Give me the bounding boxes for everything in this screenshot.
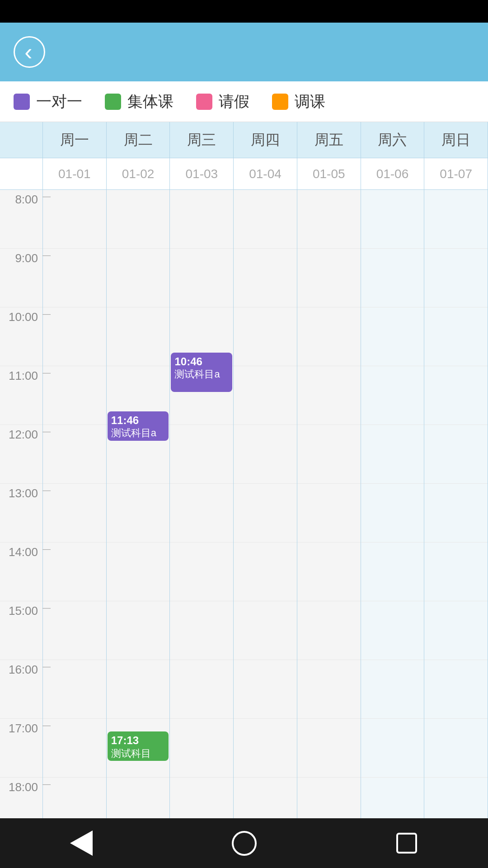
nav-square-icon xyxy=(396,833,417,854)
nav-home-icon xyxy=(232,831,257,856)
hour-block-4-4 xyxy=(297,425,361,484)
hour-block-5-10 xyxy=(361,778,424,818)
hour-block-6-3 xyxy=(424,366,488,425)
hour-block-3-6 xyxy=(234,542,297,601)
time-slot-4: 12:00 xyxy=(0,425,42,484)
hour-block-3-0 xyxy=(234,190,297,249)
hour-block-2-10 xyxy=(170,778,233,818)
time-column: 8:009:0010:0011:0012:0013:0014:0015:0016… xyxy=(0,190,43,818)
date-cell-2: 01-03 xyxy=(170,158,234,189)
hour-block-0-5 xyxy=(43,484,106,542)
event-name-event1: 测试科目a xyxy=(174,368,229,381)
hour-block-3-2 xyxy=(234,307,297,366)
hour-block-4-7 xyxy=(297,601,361,660)
hour-block-5-8 xyxy=(361,660,424,719)
hour-block-6-9 xyxy=(424,719,488,778)
hour-block-4-9 xyxy=(297,719,361,778)
time-col-date xyxy=(0,158,43,189)
day-col-0 xyxy=(43,190,107,818)
back-button[interactable] xyxy=(14,36,45,68)
hour-block-4-0 xyxy=(297,190,361,249)
hour-block-3-8 xyxy=(234,660,297,719)
nav-back-button[interactable] xyxy=(63,825,99,861)
hour-block-3-5 xyxy=(234,484,297,542)
grid-body: 8:009:0010:0011:0012:0013:0014:0015:0016… xyxy=(0,190,488,818)
time-slot-9: 17:00 xyxy=(0,719,42,778)
event-name-event3: 测试科目 xyxy=(111,747,165,760)
date-cell-0: 01-01 xyxy=(43,158,107,189)
hour-block-0-4 xyxy=(43,425,106,484)
hour-block-0-1 xyxy=(43,249,106,307)
hour-block-2-8 xyxy=(170,660,233,719)
status-bar xyxy=(0,0,488,23)
hour-block-6-0 xyxy=(424,190,488,249)
day-col-5 xyxy=(361,190,425,818)
hour-block-4-5 xyxy=(297,484,361,542)
hour-block-5-0 xyxy=(361,190,424,249)
hour-block-1-8 xyxy=(107,660,170,719)
date-cell-1: 01-02 xyxy=(107,158,170,189)
bottom-nav-bar xyxy=(0,818,488,868)
legend-label-reschedule: 调课 xyxy=(295,91,325,112)
event-time-event1: 10:46 xyxy=(174,355,229,368)
hour-block-0-7 xyxy=(43,601,106,660)
hour-block-2-1 xyxy=(170,249,233,307)
day-col-6 xyxy=(424,190,488,818)
legend-dot-reschedule xyxy=(272,94,288,110)
hour-block-6-7 xyxy=(424,601,488,660)
day-col-3 xyxy=(234,190,297,818)
nav-back-icon xyxy=(70,830,93,856)
hour-block-2-5 xyxy=(170,484,233,542)
hour-block-6-2 xyxy=(424,307,488,366)
legend-label-one-on-one: 一对一 xyxy=(36,91,82,112)
hour-block-1-7 xyxy=(107,601,170,660)
hour-block-5-2 xyxy=(361,307,424,366)
legend-dot-leave xyxy=(196,94,212,110)
day-columns: 11:46 测试科目a 17:13 测试科目 10:46 测试科目a xyxy=(43,190,488,818)
date-header-row: 01-0101-0201-0301-0401-0501-0601-07 xyxy=(0,158,488,190)
hour-block-3-7 xyxy=(234,601,297,660)
event-card-event3[interactable]: 17:13 测试科目 xyxy=(108,731,169,761)
time-slot-1: 9:00 xyxy=(0,249,42,307)
hour-block-6-1 xyxy=(424,249,488,307)
date-cell-3: 01-04 xyxy=(234,158,297,189)
hour-block-4-10 xyxy=(297,778,361,818)
legend-label-group: 集体课 xyxy=(127,91,174,112)
legend-dot-one-on-one xyxy=(14,94,30,110)
nav-recent-button[interactable] xyxy=(389,825,425,861)
hour-block-3-4 xyxy=(234,425,297,484)
hour-block-0-8 xyxy=(43,660,106,719)
nav-home-button[interactable] xyxy=(226,825,262,861)
event-card-event2[interactable]: 11:46 测试科目a xyxy=(108,411,169,441)
hour-block-1-5 xyxy=(107,484,170,542)
hour-block-5-5 xyxy=(361,484,424,542)
time-slot-5: 13:00 xyxy=(0,484,42,542)
day-col-2: 10:46 测试科目a xyxy=(170,190,234,818)
hour-block-5-3 xyxy=(361,366,424,425)
time-slot-6: 14:00 xyxy=(0,542,42,601)
day-header-4: 周五 xyxy=(297,122,361,158)
time-slot-2: 10:00 xyxy=(0,307,42,366)
legend-item-one-on-one: 一对一 xyxy=(14,91,82,112)
event-time-event2: 11:46 xyxy=(111,414,165,427)
hour-block-1-1 xyxy=(107,249,170,307)
day-header-3: 周四 xyxy=(234,122,297,158)
hour-block-6-8 xyxy=(424,660,488,719)
hour-block-3-10 xyxy=(234,778,297,818)
hour-block-1-2 xyxy=(107,307,170,366)
day-header-5: 周六 xyxy=(361,122,425,158)
event-card-event1[interactable]: 10:46 测试科目a xyxy=(171,353,232,392)
legend-item-leave: 请假 xyxy=(196,91,249,112)
hour-block-0-3 xyxy=(43,366,106,425)
hour-block-2-7 xyxy=(170,601,233,660)
day-header-6: 周日 xyxy=(424,122,488,158)
hour-block-3-9 xyxy=(234,719,297,778)
hour-block-1-0 xyxy=(107,190,170,249)
hour-block-0-0 xyxy=(43,190,106,249)
day-header-1: 周二 xyxy=(107,122,170,158)
hour-block-0-10 xyxy=(43,778,106,818)
header xyxy=(0,23,488,81)
hour-block-1-6 xyxy=(107,542,170,601)
time-slot-7: 15:00 xyxy=(0,601,42,660)
hour-block-5-1 xyxy=(361,249,424,307)
